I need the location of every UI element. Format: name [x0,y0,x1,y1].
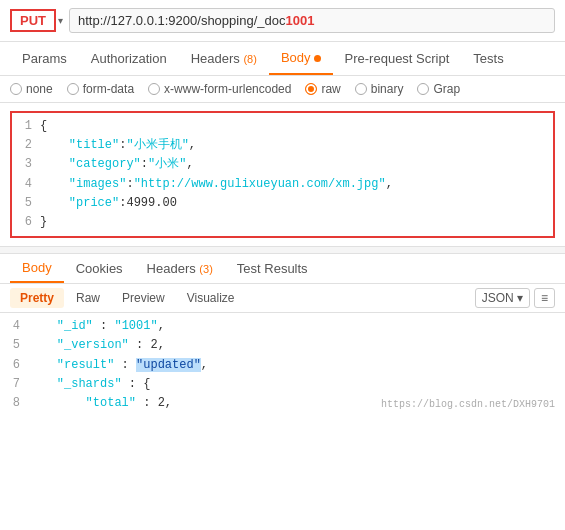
req-line-5: 5 "price":4999.00 [12,194,553,213]
body-dot [314,55,321,62]
req-line-3: 3 "category":"小米", [12,155,553,174]
request-tabs: Params Authorization Headers (8) Body Pr… [0,42,565,76]
result-highlight: "updated" [136,358,201,372]
tab-tests[interactable]: Tests [461,43,515,74]
req-line-1: 1 { [12,117,553,136]
url-input[interactable]: http://127.0.0.1:9200/shopping/_doc1001 [69,8,555,33]
body-type-urlencoded[interactable]: x-www-form-urlencoded [148,82,291,96]
format-select-group: JSON ▾ ≡ [475,288,555,308]
fmt-pretty[interactable]: Pretty [10,288,64,308]
json-format-dropdown[interactable]: JSON ▾ [475,288,530,308]
watermark: https://blog.csdn.net/DXH9701 [381,397,555,413]
format-row: Pretty Raw Preview Visualize JSON ▾ ≡ [0,284,565,313]
resp-line-6: 6 "result" : "updated", [0,356,565,375]
resp-tab-headers[interactable]: Headers (3) [135,255,225,282]
body-type-binary[interactable]: binary [355,82,404,96]
url-suffix: 1001 [285,13,314,28]
top-bar: PUT ▾ http://127.0.0.1:9200/shopping/_do… [0,0,565,42]
resp-line-7: 7 "_shards" : { [0,375,565,394]
method-chevron-icon[interactable]: ▾ [58,15,63,26]
method-label[interactable]: PUT [10,9,56,32]
resp-line-4: 4 "_id" : "1001", [0,317,565,336]
fmt-visualize[interactable]: Visualize [177,288,245,308]
request-body-editor[interactable]: 1 { 2 "title":"小米手机", 3 "category":"小米",… [10,111,555,238]
resp-headers-badge: (3) [199,263,212,275]
resp-tab-body[interactable]: Body [10,254,64,283]
response-body: 4 "_id" : "1001", 5 "_version" : 2, 6 "r… [0,313,565,417]
body-type-none[interactable]: none [10,82,53,96]
response-tabs: Body Cookies Headers (3) Test Results [0,254,565,284]
resp-tab-cookies[interactable]: Cookies [64,255,135,282]
fmt-raw[interactable]: Raw [66,288,110,308]
tab-body[interactable]: Body [269,42,333,75]
method-selector[interactable]: PUT ▾ [10,9,63,32]
body-type-row: none form-data x-www-form-urlencoded raw… [0,76,565,103]
resp-line-5: 5 "_version" : 2, [0,336,565,355]
radio-urlencoded [148,83,160,95]
filter-icon[interactable]: ≡ [534,288,555,308]
tab-pre-request[interactable]: Pre-request Script [333,43,462,74]
body-type-form-data[interactable]: form-data [67,82,134,96]
req-line-4: 4 "images":"http://www.gulixueyuan.com/x… [12,175,553,194]
req-line-2: 2 "title":"小米手机", [12,136,553,155]
section-divider [0,246,565,254]
body-type-raw[interactable]: raw [305,82,340,96]
radio-none [10,83,22,95]
radio-binary [355,83,367,95]
headers-badge: (8) [243,53,256,65]
radio-raw [305,83,317,95]
req-line-6: 6 } [12,213,553,232]
tab-authorization[interactable]: Authorization [79,43,179,74]
fmt-preview[interactable]: Preview [112,288,175,308]
tab-params[interactable]: Params [10,43,79,74]
body-type-graphql[interactable]: Grap [417,82,460,96]
radio-graphql [417,83,429,95]
radio-form-data [67,83,79,95]
tab-headers[interactable]: Headers (8) [179,43,269,74]
resp-tab-test-results[interactable]: Test Results [225,255,320,282]
url-prefix: http://127.0.0.1:9200/shopping/_doc [78,13,285,28]
